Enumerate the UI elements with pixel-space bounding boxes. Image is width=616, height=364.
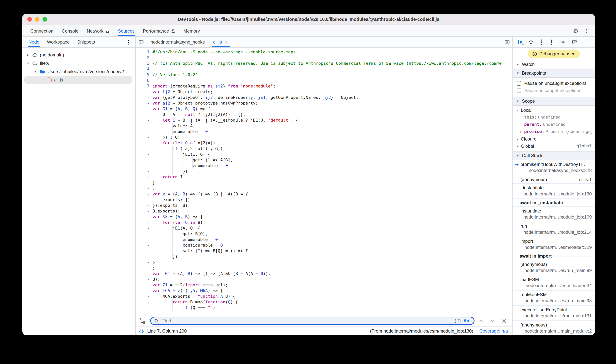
navigator-tab-node[interactable]: Node bbox=[25, 37, 43, 47]
replace-toggle-icon[interactable]: AB bbox=[137, 315, 148, 326]
call-stack-frame-anonymous[interactable]: (anonymous)cli.js:1 bbox=[513, 175, 595, 184]
call-stack-frame-executeuserentrypoint[interactable]: executeUserEntryPointnode:internal/m…s/r… bbox=[513, 306, 595, 321]
line-number-gutter[interactable]: - bbox=[136, 174, 153, 180]
line-number-gutter[interactable]: - bbox=[136, 208, 153, 214]
line-number-gutter[interactable]: - bbox=[136, 237, 153, 242]
breakpoint-option-pause-on-caught-exceptions[interactable]: Pause on caught exceptions bbox=[513, 87, 595, 94]
navigator-tab-workspace[interactable]: Workspace bbox=[43, 37, 73, 47]
line-number-gutter[interactable]: - bbox=[136, 299, 153, 305]
settings-gear-icon[interactable]: ⚙ bbox=[573, 28, 578, 34]
line-number-gutter[interactable]: - bbox=[136, 271, 153, 276]
line-number-gutter[interactable]: - bbox=[136, 276, 153, 282]
line-number-gutter[interactable]: - bbox=[136, 100, 153, 106]
breakpoint-option-pause-on-uncaught-exceptions[interactable]: Pause on uncaught exceptions bbox=[513, 79, 595, 87]
line-number-gutter[interactable]: - bbox=[136, 265, 153, 271]
tree-item-file[interactable]: ▾file:// bbox=[24, 59, 132, 67]
line-number-gutter[interactable]: - bbox=[136, 248, 153, 254]
step-into-button[interactable] bbox=[536, 38, 546, 47]
line-number-gutter[interactable]: - bbox=[136, 282, 153, 288]
call-stack-frame-promiseinithookwithdestroytr[interactable]: promiseInitHookWithDestroyTr…node:intern… bbox=[513, 160, 595, 175]
navigator-more-icon[interactable]: ⋮ bbox=[126, 39, 135, 44]
line-number-gutter[interactable]: - bbox=[136, 112, 153, 117]
call-stack-frame-run[interactable]: runnode:internal/m…module_job:214 bbox=[513, 222, 595, 237]
step-button[interactable] bbox=[557, 38, 567, 47]
line-number-gutter[interactable]: - bbox=[136, 106, 153, 112]
main-tab-console[interactable]: Console bbox=[57, 25, 83, 36]
pretty-print-icon[interactable]: {} bbox=[139, 329, 144, 334]
scope-section-header[interactable]: ▾ Scope bbox=[513, 97, 595, 106]
regex-toggle[interactable]: (.*) bbox=[455, 318, 461, 324]
scope-variable-this[interactable]: this: undefined bbox=[513, 114, 595, 121]
breakpoints-section-header[interactable]: ▾ Breakpoints bbox=[513, 69, 595, 78]
line-number-gutter[interactable]: - bbox=[136, 180, 153, 186]
line-number-gutter[interactable]: - bbox=[136, 186, 153, 191]
scope-section-closure[interactable]: ▸Closure bbox=[513, 135, 595, 143]
call-stack-frame-import[interactable]: importnode:internal/m…esm/loader:329 bbox=[513, 237, 595, 252]
step-over-button[interactable] bbox=[526, 38, 536, 47]
main-tab-network[interactable]: Network bbox=[83, 25, 114, 36]
scope-variable-parent[interactable]: parent: undefined bbox=[513, 121, 595, 128]
step-out-button[interactable] bbox=[546, 38, 557, 47]
line-number-gutter[interactable]: - bbox=[136, 214, 153, 220]
line-number-gutter[interactable]: - bbox=[136, 191, 153, 197]
editor-tab-node-internal-async-hooks[interactable]: node:internal/async_hooks bbox=[146, 37, 209, 47]
call-stack-frame-anonymous[interactable]: (anonymous)node:internal/m…es/run_main:9… bbox=[513, 260, 595, 275]
line-number-gutter[interactable]: - bbox=[136, 123, 153, 129]
main-tab-performance[interactable]: Performance bbox=[139, 25, 179, 36]
line-number-gutter[interactable]: - bbox=[136, 288, 153, 294]
line-number-gutter[interactable]: - bbox=[136, 231, 153, 237]
line-number-gutter[interactable]: - bbox=[136, 140, 153, 146]
find-input[interactable] bbox=[162, 318, 452, 324]
fullscreen-window-button[interactable] bbox=[42, 17, 47, 22]
line-number-gutter[interactable]: 7 bbox=[136, 83, 153, 89]
line-number-gutter[interactable]: 4 bbox=[136, 66, 153, 72]
checkbox-unchecked-icon[interactable] bbox=[517, 88, 521, 93]
code-editor[interactable]: 1#!/usr/bin/env -S node --no-warnings --… bbox=[136, 48, 512, 315]
call-stack-frame-instantiate[interactable]: _instantiatenode:internal/m…module_job:1… bbox=[513, 184, 595, 199]
line-number-gutter[interactable]: - bbox=[136, 225, 153, 231]
line-number-gutter[interactable]: - bbox=[136, 152, 153, 157]
checkbox-unchecked-icon[interactable] bbox=[517, 81, 521, 85]
line-number-gutter[interactable]: - bbox=[136, 220, 153, 225]
close-tab-icon[interactable] bbox=[224, 40, 228, 44]
line-number-gutter[interactable]: - bbox=[136, 89, 153, 95]
coverage-link[interactable]: Coverage: n/a bbox=[479, 328, 508, 334]
watch-section-header[interactable]: ▸ Watch bbox=[513, 60, 595, 69]
scope-variable-promise[interactable]: ▸promise: Promise {<pending>} bbox=[513, 128, 595, 135]
line-number-gutter[interactable]: - bbox=[136, 163, 153, 169]
call-stack-frame-anonymous[interactable]: (anonymous)node:internal/m…main_module:2 bbox=[513, 321, 595, 335]
line-number-gutter[interactable]: 3 bbox=[136, 61, 153, 66]
line-number-gutter[interactable]: - bbox=[136, 254, 153, 260]
editor-tab-cli-js[interactable]: cli.js bbox=[209, 37, 233, 47]
find-previous-icon[interactable] bbox=[477, 316, 486, 325]
close-find-icon[interactable] bbox=[500, 316, 509, 325]
call-stack-frame-runmainesm[interactable]: runMainESMnode:internal/m…es/run_main:98 bbox=[513, 290, 595, 306]
callstack-section-header[interactable]: ▾ Call Stack bbox=[513, 151, 595, 160]
toggle-debugger-panel-icon[interactable] bbox=[502, 37, 512, 47]
source-origin-link[interactable]: node:internal/modules/esm/module_job:130 bbox=[383, 328, 472, 334]
collapse-sidebar-icon[interactable] bbox=[136, 37, 146, 47]
line-number-gutter[interactable]: - bbox=[136, 134, 153, 140]
line-number-gutter[interactable]: 1 bbox=[136, 49, 153, 55]
line-number-gutter[interactable]: - bbox=[136, 117, 153, 123]
line-number-gutter[interactable]: - bbox=[136, 129, 153, 134]
line-number-gutter[interactable]: - bbox=[136, 197, 153, 203]
line-number-gutter[interactable]: 6 bbox=[136, 78, 153, 83]
find-next-icon[interactable] bbox=[488, 316, 497, 325]
more-options-icon[interactable]: ⋮ bbox=[584, 28, 589, 33]
call-stack-frame-instantiate[interactable]: instantiatenode:internal/m…module_job:10… bbox=[513, 207, 595, 222]
main-tab-memory[interactable]: Memory bbox=[179, 25, 204, 36]
tree-item-cli-js[interactable]: cli.js bbox=[24, 76, 132, 84]
line-number-gutter[interactable]: - bbox=[136, 157, 153, 163]
minimize-window-button[interactable] bbox=[35, 17, 40, 22]
line-number-gutter[interactable]: - bbox=[136, 169, 153, 174]
line-number-gutter[interactable]: - bbox=[136, 260, 153, 265]
close-window-button[interactable] bbox=[27, 17, 32, 22]
call-stack-frame-loadesm[interactable]: loadESMnode:internal/p…/esm_loader:34 bbox=[513, 275, 595, 290]
tree-item-users-jinhuilee-nvm-versions-node-v2[interactable]: ▾Users/jinhuilee/.nvm/versions/node/v2… bbox=[24, 67, 132, 76]
line-number-gutter[interactable]: - bbox=[136, 294, 153, 299]
tree-item-no-domain[interactable]: ▸(no domain) bbox=[24, 51, 132, 59]
line-number-gutter[interactable]: 2 bbox=[136, 55, 153, 61]
scope-section-global[interactable]: ▸Globalglobal bbox=[513, 143, 595, 150]
deactivate-breakpoints-button[interactable] bbox=[569, 38, 580, 47]
